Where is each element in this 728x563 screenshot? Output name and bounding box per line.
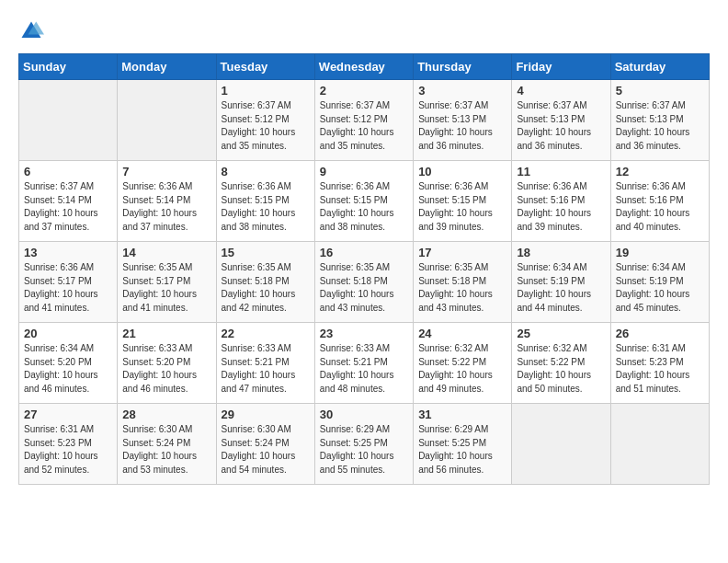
calendar-cell: 2Sunrise: 6:37 AM Sunset: 5:12 PM Daylig… bbox=[314, 80, 413, 161]
calendar: SundayMondayTuesdayWednesdayThursdayFrid… bbox=[18, 53, 710, 485]
day-detail: Sunrise: 6:34 AM Sunset: 5:19 PM Dayligh… bbox=[616, 261, 704, 315]
calendar-cell: 31Sunrise: 6:29 AM Sunset: 5:25 PM Dayli… bbox=[414, 404, 512, 485]
calendar-cell: 30Sunrise: 6:29 AM Sunset: 5:25 PM Dayli… bbox=[314, 404, 413, 485]
day-number: 16 bbox=[320, 246, 408, 259]
calendar-cell bbox=[118, 80, 216, 161]
calendar-cell: 23Sunrise: 6:33 AM Sunset: 5:21 PM Dayli… bbox=[314, 323, 413, 404]
day-detail: Sunrise: 6:35 AM Sunset: 5:18 PM Dayligh… bbox=[222, 261, 310, 315]
day-detail: Sunrise: 6:37 AM Sunset: 5:12 PM Dayligh… bbox=[222, 99, 310, 153]
day-number: 30 bbox=[320, 408, 408, 421]
day-number: 10 bbox=[418, 165, 506, 178]
calendar-week-4: 20Sunrise: 6:34 AM Sunset: 5:20 PM Dayli… bbox=[19, 323, 710, 404]
day-number: 3 bbox=[418, 84, 506, 98]
day-number: 11 bbox=[517, 165, 605, 178]
logo-icon bbox=[18, 18, 44, 44]
day-detail: Sunrise: 6:30 AM Sunset: 5:24 PM Dayligh… bbox=[122, 423, 210, 477]
calendar-cell bbox=[610, 404, 709, 485]
day-number: 18 bbox=[517, 246, 605, 259]
day-detail: Sunrise: 6:34 AM Sunset: 5:20 PM Dayligh… bbox=[24, 342, 112, 396]
calendar-cell: 21Sunrise: 6:33 AM Sunset: 5:20 PM Dayli… bbox=[118, 323, 216, 404]
day-number: 4 bbox=[517, 84, 605, 98]
calendar-cell: 26Sunrise: 6:31 AM Sunset: 5:23 PM Dayli… bbox=[610, 323, 709, 404]
calendar-cell: 28Sunrise: 6:30 AM Sunset: 5:24 PM Dayli… bbox=[118, 404, 216, 485]
day-detail: Sunrise: 6:37 AM Sunset: 5:12 PM Dayligh… bbox=[320, 99, 408, 153]
calendar-header-tuesday: Tuesday bbox=[216, 54, 314, 80]
day-number: 17 bbox=[418, 246, 506, 259]
calendar-cell: 25Sunrise: 6:32 AM Sunset: 5:22 PM Dayli… bbox=[512, 323, 610, 404]
day-number: 19 bbox=[616, 246, 704, 259]
day-detail: Sunrise: 6:37 AM Sunset: 5:13 PM Dayligh… bbox=[616, 99, 704, 153]
day-detail: Sunrise: 6:36 AM Sunset: 5:15 PM Dayligh… bbox=[320, 180, 408, 234]
day-detail: Sunrise: 6:31 AM Sunset: 5:23 PM Dayligh… bbox=[616, 342, 704, 396]
calendar-header-monday: Monday bbox=[118, 54, 216, 80]
day-detail: Sunrise: 6:36 AM Sunset: 5:16 PM Dayligh… bbox=[616, 180, 704, 234]
calendar-cell: 5Sunrise: 6:37 AM Sunset: 5:13 PM Daylig… bbox=[610, 80, 709, 161]
calendar-cell: 14Sunrise: 6:35 AM Sunset: 5:17 PM Dayli… bbox=[118, 242, 216, 323]
calendar-cell: 1Sunrise: 6:37 AM Sunset: 5:12 PM Daylig… bbox=[216, 80, 314, 161]
day-detail: Sunrise: 6:36 AM Sunset: 5:16 PM Dayligh… bbox=[517, 180, 605, 234]
day-number: 12 bbox=[616, 165, 704, 178]
calendar-cell: 19Sunrise: 6:34 AM Sunset: 5:19 PM Dayli… bbox=[610, 242, 709, 323]
day-number: 8 bbox=[222, 165, 310, 178]
day-detail: Sunrise: 6:35 AM Sunset: 5:17 PM Dayligh… bbox=[122, 261, 210, 315]
day-number: 24 bbox=[418, 327, 506, 340]
day-detail: Sunrise: 6:36 AM Sunset: 5:14 PM Dayligh… bbox=[122, 180, 210, 234]
calendar-header-row: SundayMondayTuesdayWednesdayThursdayFrid… bbox=[19, 54, 710, 80]
day-detail: Sunrise: 6:36 AM Sunset: 5:15 PM Dayligh… bbox=[418, 180, 506, 234]
day-detail: Sunrise: 6:29 AM Sunset: 5:25 PM Dayligh… bbox=[320, 423, 408, 477]
day-detail: Sunrise: 6:37 AM Sunset: 5:13 PM Dayligh… bbox=[517, 99, 605, 153]
day-number: 31 bbox=[418, 408, 506, 421]
day-detail: Sunrise: 6:35 AM Sunset: 5:18 PM Dayligh… bbox=[418, 261, 506, 315]
logo bbox=[18, 18, 48, 44]
calendar-cell: 22Sunrise: 6:33 AM Sunset: 5:21 PM Dayli… bbox=[216, 323, 314, 404]
calendar-cell: 6Sunrise: 6:37 AM Sunset: 5:14 PM Daylig… bbox=[19, 161, 118, 242]
calendar-cell: 18Sunrise: 6:34 AM Sunset: 5:19 PM Dayli… bbox=[512, 242, 610, 323]
calendar-cell: 7Sunrise: 6:36 AM Sunset: 5:14 PM Daylig… bbox=[118, 161, 216, 242]
calendar-cell: 27Sunrise: 6:31 AM Sunset: 5:23 PM Dayli… bbox=[19, 404, 118, 485]
day-number: 5 bbox=[616, 84, 704, 98]
calendar-cell: 15Sunrise: 6:35 AM Sunset: 5:18 PM Dayli… bbox=[216, 242, 314, 323]
calendar-week-3: 13Sunrise: 6:36 AM Sunset: 5:17 PM Dayli… bbox=[19, 242, 710, 323]
calendar-header-wednesday: Wednesday bbox=[314, 54, 413, 80]
day-number: 27 bbox=[24, 408, 112, 421]
day-detail: Sunrise: 6:36 AM Sunset: 5:17 PM Dayligh… bbox=[24, 261, 112, 315]
calendar-cell: 3Sunrise: 6:37 AM Sunset: 5:13 PM Daylig… bbox=[414, 80, 512, 161]
calendar-header-friday: Friday bbox=[512, 54, 610, 80]
day-detail: Sunrise: 6:31 AM Sunset: 5:23 PM Dayligh… bbox=[24, 423, 112, 477]
day-detail: Sunrise: 6:33 AM Sunset: 5:20 PM Dayligh… bbox=[122, 342, 210, 396]
calendar-cell: 12Sunrise: 6:36 AM Sunset: 5:16 PM Dayli… bbox=[610, 161, 709, 242]
calendar-cell: 20Sunrise: 6:34 AM Sunset: 5:20 PM Dayli… bbox=[19, 323, 118, 404]
day-number: 13 bbox=[24, 246, 112, 259]
day-number: 2 bbox=[320, 84, 408, 98]
calendar-header-saturday: Saturday bbox=[610, 54, 709, 80]
day-number: 28 bbox=[122, 408, 210, 421]
calendar-cell: 13Sunrise: 6:36 AM Sunset: 5:17 PM Dayli… bbox=[19, 242, 118, 323]
day-number: 15 bbox=[222, 246, 310, 259]
day-number: 23 bbox=[320, 327, 408, 340]
day-detail: Sunrise: 6:33 AM Sunset: 5:21 PM Dayligh… bbox=[320, 342, 408, 396]
day-number: 7 bbox=[122, 165, 210, 178]
day-detail: Sunrise: 6:29 AM Sunset: 5:25 PM Dayligh… bbox=[418, 423, 506, 477]
calendar-week-1: 1Sunrise: 6:37 AM Sunset: 5:12 PM Daylig… bbox=[19, 80, 710, 161]
day-detail: Sunrise: 6:33 AM Sunset: 5:21 PM Dayligh… bbox=[222, 342, 310, 396]
day-number: 14 bbox=[122, 246, 210, 259]
calendar-week-5: 27Sunrise: 6:31 AM Sunset: 5:23 PM Dayli… bbox=[19, 404, 710, 485]
day-detail: Sunrise: 6:32 AM Sunset: 5:22 PM Dayligh… bbox=[517, 342, 605, 396]
day-number: 26 bbox=[616, 327, 704, 340]
calendar-cell: 16Sunrise: 6:35 AM Sunset: 5:18 PM Dayli… bbox=[314, 242, 413, 323]
calendar-cell: 17Sunrise: 6:35 AM Sunset: 5:18 PM Dayli… bbox=[414, 242, 512, 323]
day-detail: Sunrise: 6:35 AM Sunset: 5:18 PM Dayligh… bbox=[320, 261, 408, 315]
calendar-cell: 4Sunrise: 6:37 AM Sunset: 5:13 PM Daylig… bbox=[512, 80, 610, 161]
day-number: 29 bbox=[222, 408, 310, 421]
calendar-cell: 24Sunrise: 6:32 AM Sunset: 5:22 PM Dayli… bbox=[414, 323, 512, 404]
day-number: 20 bbox=[24, 327, 112, 340]
calendar-header-sunday: Sunday bbox=[19, 54, 118, 80]
calendar-header-thursday: Thursday bbox=[414, 54, 512, 80]
calendar-cell: 8Sunrise: 6:36 AM Sunset: 5:15 PM Daylig… bbox=[216, 161, 314, 242]
calendar-cell: 10Sunrise: 6:36 AM Sunset: 5:15 PM Dayli… bbox=[414, 161, 512, 242]
day-number: 22 bbox=[222, 327, 310, 340]
calendar-cell: 9Sunrise: 6:36 AM Sunset: 5:15 PM Daylig… bbox=[314, 161, 413, 242]
day-number: 9 bbox=[320, 165, 408, 178]
day-detail: Sunrise: 6:30 AM Sunset: 5:24 PM Dayligh… bbox=[222, 423, 310, 477]
calendar-cell: 11Sunrise: 6:36 AM Sunset: 5:16 PM Dayli… bbox=[512, 161, 610, 242]
